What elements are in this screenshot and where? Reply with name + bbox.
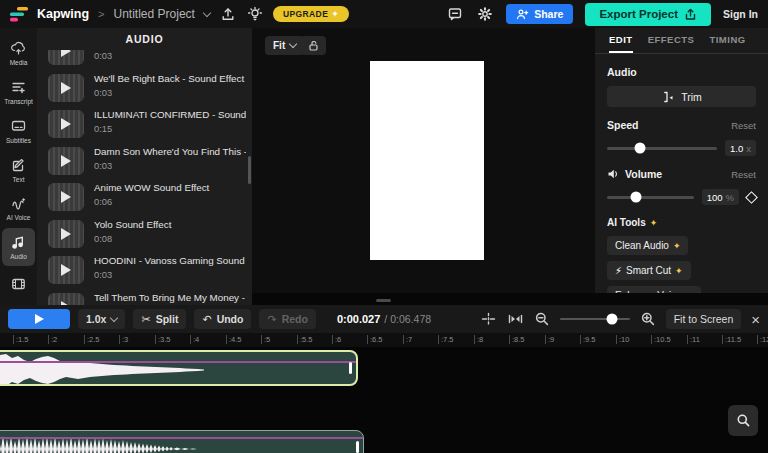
sidebar-item-transcript[interactable]: Transcript bbox=[2, 73, 35, 112]
play-button[interactable] bbox=[8, 309, 70, 329]
comments-button[interactable] bbox=[446, 5, 464, 23]
speed-reset-button[interactable]: Reset bbox=[731, 120, 756, 131]
speed-heading-row: Speed Reset bbox=[607, 119, 756, 131]
audio-list-item[interactable]: HOODINI - Vanoss Gaming Sound Effect (HD… bbox=[37, 253, 252, 290]
play-preview-button[interactable] bbox=[48, 183, 84, 211]
clip-trim-handle[interactable] bbox=[349, 362, 352, 374]
volume-line[interactable] bbox=[0, 361, 356, 363]
audio-clip-1[interactable] bbox=[0, 350, 358, 386]
add-person-icon bbox=[516, 8, 529, 20]
kapwing-editor: Kapwing > Untitled Project UPGRADE ✦ bbox=[0, 0, 768, 453]
sidebar-item-media[interactable]: Media bbox=[2, 34, 35, 73]
sidebar-item-video[interactable] bbox=[2, 266, 35, 305]
brand-name[interactable]: Kapwing bbox=[37, 7, 89, 21]
clip-trim-handle[interactable] bbox=[356, 441, 359, 453]
audio-list-item[interactable]: Anime WOW Sound Effect 0:06 bbox=[37, 180, 252, 217]
ruler-tick-label: :3.5 bbox=[158, 335, 171, 344]
share-button[interactable]: Share bbox=[506, 4, 573, 24]
snap-to-clip-icon[interactable] bbox=[507, 311, 524, 327]
speed-slider-knob[interactable] bbox=[635, 143, 646, 154]
ruler-tick-label: :7.5 bbox=[441, 335, 454, 344]
timeline-toolbar: 1.0x ✂ Split ↶ Undo ↷ Redo 0:00.027 / 0:… bbox=[0, 305, 768, 333]
export-project-button[interactable]: Export Project bbox=[585, 3, 711, 26]
suggestions-button[interactable] bbox=[246, 5, 264, 23]
timeline-resize-handle[interactable] bbox=[376, 299, 391, 302]
timeline-search-button[interactable] bbox=[728, 405, 758, 436]
lock-canvas-button[interactable] bbox=[301, 36, 326, 55]
audio-list-item[interactable]: ILLUMINATI CONFIRMED - Sound Effect (HD)… bbox=[37, 107, 252, 144]
volume-line[interactable] bbox=[0, 437, 363, 439]
split-button[interactable]: ✂ Split bbox=[133, 309, 186, 329]
keyframe-diamond-icon[interactable] bbox=[745, 191, 758, 204]
zoom-slider-knob[interactable] bbox=[607, 314, 618, 325]
split-at-playhead-icon[interactable] bbox=[480, 311, 497, 327]
chevron-down-icon bbox=[289, 40, 297, 48]
audio-list-item[interactable]: Damn Son Where'd You Find This - Sound E… bbox=[37, 144, 252, 181]
speaker-icon bbox=[607, 168, 620, 180]
volume-reset-button[interactable]: Reset bbox=[731, 169, 756, 180]
volume-unit: % bbox=[726, 192, 734, 203]
play-preview-button[interactable] bbox=[48, 220, 84, 248]
tab-timing[interactable]: TIMING bbox=[709, 28, 745, 53]
sign-in-link[interactable]: Sign In bbox=[723, 8, 758, 20]
sidebar-item-ai-voice[interactable]: AI Voice bbox=[2, 189, 35, 228]
audio-list-item[interactable]: Tell Them To Bring Me My Money - Sound E… bbox=[37, 290, 252, 306]
smart-cut-button[interactable]: ⚡ Smart Cut ✦ bbox=[607, 261, 691, 280]
scrollbar-thumb[interactable] bbox=[248, 156, 251, 184]
video-canvas[interactable] bbox=[370, 61, 484, 260]
upgrade-button[interactable]: UPGRADE ✦ bbox=[273, 6, 349, 22]
ruler-tick-label: :2.5 bbox=[87, 335, 100, 344]
speed-value-box[interactable]: 1.0 x bbox=[725, 140, 756, 156]
tab-edit[interactable]: EDIT bbox=[609, 28, 633, 53]
volume-slider-knob[interactable] bbox=[630, 192, 641, 203]
audio-list-item[interactable]: We'll Be Right Back - Sound Effect (HD) … bbox=[37, 71, 252, 108]
clean-audio-button[interactable]: Clean Audio ✦ bbox=[607, 236, 688, 255]
playback-speed-dropdown[interactable]: 1.0x bbox=[78, 309, 125, 329]
undo-button[interactable]: ↶ Undo bbox=[194, 309, 251, 329]
play-preview-button[interactable] bbox=[48, 293, 84, 306]
sidebar-item-label: Subtitles bbox=[6, 137, 31, 144]
volume-heading-row: Volume Reset bbox=[607, 168, 756, 180]
speed-slider[interactable] bbox=[607, 147, 717, 150]
gear-icon bbox=[477, 6, 493, 22]
timeline-zoom-slider[interactable] bbox=[560, 318, 630, 320]
play-preview-button[interactable] bbox=[48, 110, 84, 138]
ai-voice-icon bbox=[10, 195, 27, 211]
sidebar-item-subtitles[interactable]: Subtitles bbox=[2, 111, 35, 150]
bolt-icon: ⚡ bbox=[615, 265, 622, 276]
kapwing-logo-icon[interactable] bbox=[10, 7, 28, 22]
upload-button[interactable] bbox=[219, 5, 237, 23]
tab-effects[interactable]: EFFECTS bbox=[648, 28, 695, 53]
play-preview-button[interactable] bbox=[48, 74, 84, 102]
audio-list-item[interactable]: 0:03 bbox=[37, 50, 252, 71]
trim-button[interactable]: Trim bbox=[607, 86, 756, 107]
play-preview-button[interactable] bbox=[48, 256, 84, 284]
ruler-tick-label: :4 bbox=[193, 335, 199, 344]
fit-to-screen-button[interactable]: Fit to Screen bbox=[666, 309, 742, 329]
audio-list-item[interactable]: Yolo Sound Effect 0:08 bbox=[37, 217, 252, 254]
comment-icon bbox=[447, 6, 463, 22]
play-preview-button[interactable] bbox=[48, 147, 84, 175]
audio-item-duration: 0:03 bbox=[94, 270, 112, 280]
canvas-area: Fit bbox=[252, 28, 595, 293]
audio-list: 0:03 We'll Be Right Back - Sound Effect … bbox=[37, 50, 252, 305]
upload-icon bbox=[220, 6, 236, 22]
redo-button[interactable]: ↷ Redo bbox=[259, 309, 315, 329]
play-preview-button[interactable] bbox=[48, 50, 84, 65]
project-title[interactable]: Untitled Project bbox=[114, 7, 195, 21]
panel-divider bbox=[252, 293, 768, 305]
audio-clip-2[interactable] bbox=[0, 430, 364, 453]
sidebar-item-audio[interactable]: Audio bbox=[2, 228, 35, 267]
volume-value-box[interactable]: 100 % bbox=[702, 189, 739, 205]
close-timeline-icon[interactable]: × bbox=[751, 312, 760, 327]
chevron-down-icon[interactable] bbox=[203, 8, 211, 16]
fit-zoom-dropdown[interactable]: Fit bbox=[265, 36, 304, 55]
settings-button[interactable] bbox=[476, 5, 494, 23]
zoom-out-icon[interactable] bbox=[534, 311, 550, 327]
sidebar-item-label: AI Voice bbox=[7, 214, 31, 221]
export-label: Export Project bbox=[599, 8, 678, 20]
timeline-ruler[interactable]: :1.5 :2 :2.5 :3 :3.5 :4 :4.5 :5 :5.5 :6 … bbox=[0, 333, 768, 347]
volume-slider[interactable] bbox=[607, 196, 694, 199]
sidebar-item-text[interactable]: Text bbox=[2, 150, 35, 189]
zoom-in-icon[interactable] bbox=[640, 311, 656, 327]
